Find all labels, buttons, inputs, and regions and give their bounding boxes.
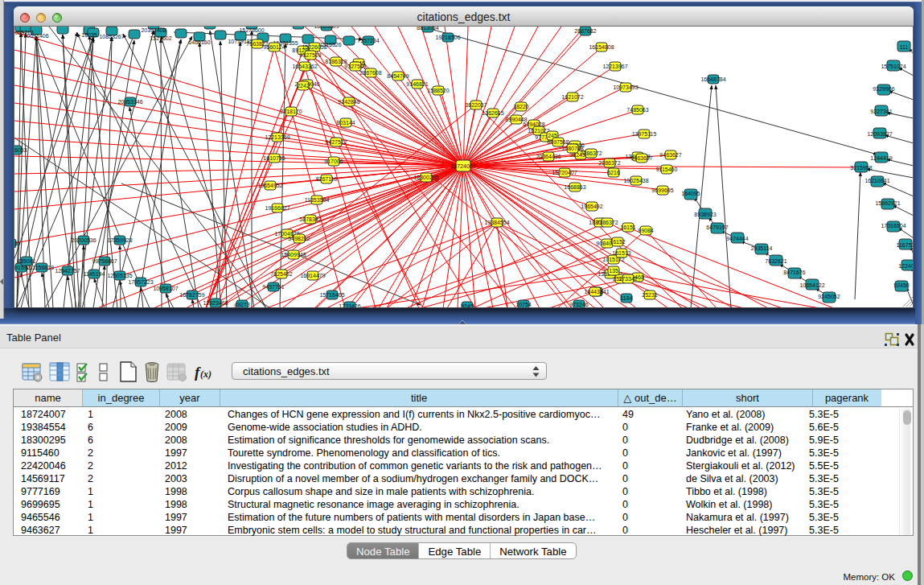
svg-text:20391408: 20391408 <box>141 27 166 33</box>
svg-text:2935114: 2935114 <box>751 245 773 251</box>
svg-text:2242: 2242 <box>297 83 310 89</box>
svg-text:9115460: 9115460 <box>656 167 678 172</box>
svg-text:19218506: 19218506 <box>435 35 460 40</box>
svg-text:5878342: 5878342 <box>299 216 321 222</box>
svg-text:8471676: 8471676 <box>783 270 805 275</box>
svg-text:7386372: 7386372 <box>580 150 602 156</box>
svg-text:161513: 161513 <box>612 250 630 256</box>
svg-text:16053809: 16053809 <box>314 27 339 29</box>
svg-text:15751074: 15751074 <box>881 64 906 69</box>
svg-text:7485063: 7485063 <box>626 107 648 113</box>
svg-text:15409948: 15409948 <box>281 252 306 257</box>
svg-text:1621072: 1621072 <box>561 94 583 100</box>
svg-text:5498212: 5498212 <box>288 236 310 241</box>
svg-text:2718170: 2718170 <box>280 109 302 114</box>
svg-text:3215958: 3215958 <box>850 165 872 171</box>
svg-text:16543362: 16543362 <box>292 64 317 69</box>
svg-text:11156819: 11156819 <box>30 265 54 270</box>
svg-text:7357234: 7357234 <box>357 38 379 43</box>
svg-text:9463627: 9463627 <box>659 152 681 158</box>
svg-text:1068863: 1068863 <box>564 184 585 190</box>
svg-text:135: 135 <box>609 268 618 274</box>
svg-text:15720407: 15720407 <box>552 170 577 175</box>
svg-text:9227341: 9227341 <box>870 109 892 114</box>
svg-text:1733426: 1733426 <box>339 303 360 308</box>
svg-text:16154808: 16154808 <box>589 44 614 50</box>
svg-text:17016504: 17016504 <box>881 223 906 229</box>
svg-text:16210641: 16210641 <box>864 178 889 183</box>
svg-text:9245: 9245 <box>461 303 474 308</box>
svg-text:12505135: 12505135 <box>107 273 132 278</box>
svg-text:164095: 164095 <box>681 191 700 196</box>
svg-text:9463627: 9463627 <box>630 155 652 161</box>
svg-text:14438: 14438 <box>587 289 603 295</box>
svg-text:1145194: 1145194 <box>84 271 105 277</box>
svg-text:6479197: 6479197 <box>706 225 728 230</box>
svg-text:803144: 803144 <box>336 120 355 126</box>
svg-text:16152: 16152 <box>610 239 626 245</box>
svg-text:2086372: 2086372 <box>598 160 620 166</box>
svg-text:973246: 973246 <box>569 302 588 307</box>
svg-text:7632621: 7632621 <box>765 258 786 264</box>
svg-text:16782759: 16782759 <box>179 292 204 298</box>
svg-text:99758867: 99758867 <box>92 258 117 264</box>
svg-text:9327503: 9327503 <box>344 64 366 69</box>
svg-text:15273600: 15273600 <box>239 27 264 33</box>
svg-text:20364436: 20364436 <box>536 154 561 159</box>
svg-text:8267110: 8267110 <box>316 176 338 182</box>
svg-text:10973493: 10973493 <box>613 84 638 90</box>
svg-text:8813054: 8813054 <box>417 27 438 31</box>
svg-text:6466160: 6466160 <box>188 39 210 45</box>
svg-text:1610755: 1610755 <box>263 155 285 161</box>
svg-text:116753: 116753 <box>897 242 914 248</box>
svg-text:9329906: 9329906 <box>873 86 894 92</box>
svg-text:835081: 835081 <box>17 258 35 264</box>
svg-text:8454749: 8454749 <box>387 73 409 79</box>
svg-text:9327509: 9327509 <box>299 52 321 58</box>
svg-text:19654952: 19654952 <box>257 183 282 188</box>
svg-text:6216: 6216 <box>607 170 620 175</box>
svg-text:20200536: 20200536 <box>71 237 96 243</box>
svg-text:18300295: 18300295 <box>413 175 438 180</box>
svg-text:16151: 16151 <box>620 225 636 230</box>
svg-text:9146821: 9146821 <box>406 81 428 87</box>
svg-text:16648784: 16648784 <box>700 76 725 82</box>
svg-text:2867608: 2867608 <box>359 70 381 76</box>
svg-text:1184: 1184 <box>620 295 632 301</box>
svg-text:2626053: 2626053 <box>14 147 27 153</box>
svg-text:12213967: 12213967 <box>602 64 627 69</box>
svg-text:111: 111 <box>900 44 909 50</box>
svg-text:917006: 917006 <box>324 159 343 164</box>
svg-text:9457791: 9457791 <box>262 284 284 290</box>
svg-text:19166827: 19166827 <box>265 205 290 211</box>
svg-text:1588520: 1588520 <box>427 88 449 93</box>
svg-text:10958107: 10958107 <box>153 286 178 291</box>
svg-text:173342: 173342 <box>618 276 637 282</box>
svg-text:17957223: 17957223 <box>128 279 153 285</box>
svg-text:92450: 92450 <box>893 282 910 288</box>
svg-text:9474444: 9474444 <box>726 236 748 241</box>
svg-text:18724007: 18724007 <box>450 163 475 169</box>
svg-text:1527602: 1527602 <box>150 35 171 41</box>
svg-text:8938923: 8938923 <box>694 212 716 217</box>
svg-text:13975115: 13975115 <box>632 131 657 137</box>
svg-text:9242848: 9242848 <box>338 99 359 105</box>
svg-text:15716465: 15716465 <box>319 292 344 298</box>
svg-text:12942757: 12942757 <box>55 268 80 274</box>
svg-text:12923468: 12923468 <box>203 300 228 306</box>
svg-text:3822037: 3822037 <box>465 102 487 108</box>
svg-text:1362615: 1362615 <box>482 110 503 116</box>
svg-text:18035: 18035 <box>81 32 97 38</box>
svg-text:1244419: 1244419 <box>870 155 892 161</box>
svg-text:18220: 18220 <box>513 104 529 109</box>
svg-text:99084: 99084 <box>638 228 654 233</box>
svg-text:15226058: 15226058 <box>302 44 326 50</box>
svg-text:20691406: 20691406 <box>23 33 48 39</box>
svg-text:(x): (x) <box>200 369 211 380</box>
svg-text:10754: 10754 <box>515 302 532 307</box>
svg-text:9245052: 9245052 <box>818 294 840 299</box>
svg-text:25231: 25231 <box>642 292 658 298</box>
svg-text:143530: 143530 <box>14 241 20 246</box>
svg-text:49273: 49273 <box>234 302 250 307</box>
svg-text:19384554: 19384554 <box>484 220 509 225</box>
